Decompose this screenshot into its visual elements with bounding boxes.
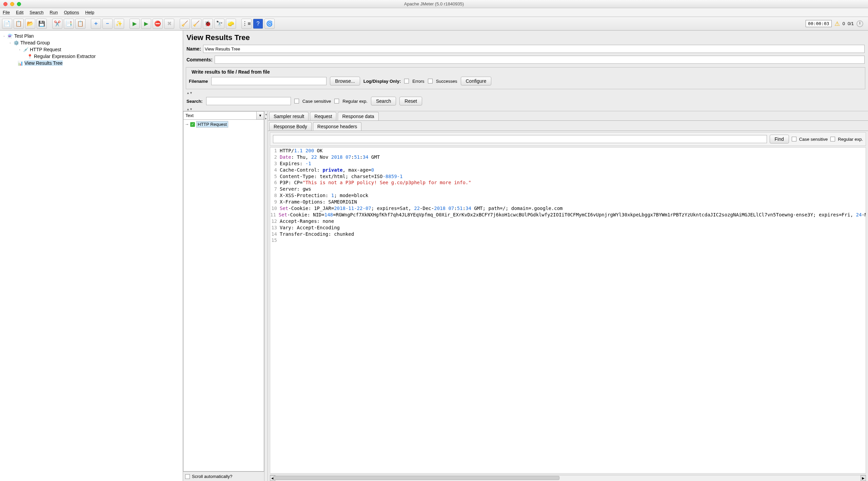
regex-checkbox[interactable]: [334, 99, 339, 103]
tab-response-headers[interactable]: Response headers: [313, 122, 362, 131]
menu-help[interactable]: Help: [85, 10, 94, 15]
tab-request[interactable]: Request: [310, 112, 336, 120]
horizontal-scrollbar[interactable]: ◀ ▶: [270, 475, 866, 481]
success-icon: ✓: [190, 122, 195, 127]
find-field[interactable]: [273, 135, 767, 143]
tree-regex-extractor[interactable]: Regular Expression Extractor: [34, 54, 96, 59]
find-case-checkbox[interactable]: [792, 137, 796, 141]
add-button[interactable]: ＋: [91, 19, 101, 29]
tree-view-results[interactable]: View Results Tree: [24, 60, 63, 66]
case-checkbox[interactable]: [294, 99, 299, 103]
function-helper-button[interactable]: ⋮≡: [241, 19, 252, 29]
successes-label: Successes: [436, 79, 457, 84]
search-field[interactable]: [206, 97, 291, 105]
menu-run[interactable]: Run: [50, 10, 58, 15]
menu-options[interactable]: Options: [64, 10, 79, 15]
toolbar: 📄 📋 📂 💾 ✂️ 📑 📋 ＋ － ✨ ▶ ▶ ⛔ ✖ 🧹 🧹 🐞 🔭 🧽 ⋮: [0, 17, 868, 31]
scroll-auto-label: Scroll automatically?: [192, 474, 232, 479]
remove-button[interactable]: －: [102, 19, 113, 29]
dropper-icon: 💉: [23, 47, 28, 52]
successes-checkbox[interactable]: [428, 79, 433, 83]
find-regex-checkbox[interactable]: [830, 137, 835, 141]
swirl-icon[interactable]: 🌀: [264, 19, 275, 29]
menu-search[interactable]: Search: [29, 10, 43, 15]
collapse-arrows-bottom[interactable]: ▲▼: [183, 108, 868, 111]
filename-label: Filename: [189, 79, 208, 84]
find-case-label: Case sensitive: [799, 137, 828, 142]
start-button[interactable]: ▶: [130, 19, 140, 29]
result-http-request[interactable]: HTTP Request: [196, 121, 228, 128]
menu-edit[interactable]: Edit: [16, 10, 23, 15]
case-label: Case sensitive: [302, 99, 331, 104]
bug-icon[interactable]: 🐞: [203, 19, 213, 29]
spinner-icon: [856, 20, 863, 27]
templates-button[interactable]: 📋: [14, 19, 24, 29]
clear-button[interactable]: 🧹: [180, 19, 190, 29]
start-no-pause-button[interactable]: ▶: [141, 19, 151, 29]
thread-status: 0/1: [848, 21, 854, 26]
shutdown-button[interactable]: ✖: [164, 19, 174, 29]
logdisplay-label: Log/Display Only:: [363, 79, 401, 84]
gear-icon: ⚙️: [14, 40, 19, 45]
test-plan-tree[interactable]: ◦⚗️Test Plan ◦⚙️Thread Group ◦💉HTTP Requ…: [0, 31, 183, 481]
scroll-thumb[interactable]: [273, 476, 559, 480]
save-button[interactable]: 💾: [37, 19, 47, 29]
results-icon: 📊: [18, 60, 23, 66]
comments-field[interactable]: [215, 56, 865, 64]
regex-label: Regular exp.: [342, 99, 368, 104]
tree-thread-group[interactable]: Thread Group: [20, 40, 50, 45]
elapsed-timer: 00:00:03: [806, 20, 832, 27]
comments-label: Comments:: [186, 57, 213, 62]
chevron-down-icon[interactable]: ▼: [257, 111, 264, 120]
response-headers-text[interactable]: 1HTTP/1.1 200 OK2Date: Thu, 22 Nov 2018 …: [270, 147, 866, 474]
copy-button[interactable]: 📑: [64, 19, 74, 29]
scroll-right-icon[interactable]: ▶: [861, 475, 866, 481]
collapse-arrows-top[interactable]: ▲▼: [183, 91, 868, 95]
cut-button[interactable]: ✂️: [52, 19, 62, 29]
tab-response-data[interactable]: Response data: [338, 112, 378, 120]
reset-button[interactable]: Reset: [399, 97, 422, 105]
wand-button[interactable]: ✨: [114, 19, 124, 29]
scroll-auto-checkbox[interactable]: [185, 474, 190, 479]
browse-button[interactable]: Browse...: [330, 77, 360, 85]
flask-icon: ⚗️: [7, 33, 13, 39]
file-legend: Write results to file / Read from file: [190, 69, 271, 75]
new-button[interactable]: 📄: [2, 19, 12, 29]
open-button[interactable]: 📂: [25, 19, 35, 29]
find-regex-label: Regular exp.: [838, 137, 863, 142]
paste-button[interactable]: 📋: [75, 19, 85, 29]
window-title: Apache JMeter (5.0 r1840935): [0, 1, 868, 6]
find-button[interactable]: Find: [770, 135, 789, 143]
broom-icon[interactable]: 🧽: [226, 19, 236, 29]
menu-file[interactable]: File: [3, 10, 10, 15]
help-button[interactable]: ?: [253, 19, 263, 29]
splitter-handle[interactable]: ◂▸: [264, 111, 268, 481]
titlebar: Apache JMeter (5.0 r1840935): [0, 0, 868, 8]
tab-sampler-result[interactable]: Sampler result: [269, 112, 309, 120]
tab-response-body[interactable]: Response Body: [269, 122, 312, 131]
renderer-dropdown[interactable]: Text: [183, 111, 257, 120]
stop-button[interactable]: ⛔: [153, 19, 163, 29]
warning-icon[interactable]: ⚠: [834, 20, 840, 27]
configure-button[interactable]: Configure: [461, 77, 492, 85]
extractor-icon: 📍: [27, 54, 33, 59]
errors-checkbox[interactable]: [404, 79, 409, 83]
clear-all-button[interactable]: 🧹: [191, 19, 201, 29]
panel-heading: View Results Tree: [183, 31, 868, 43]
name-label: Name:: [186, 46, 201, 52]
search-label: Search:: [186, 99, 203, 104]
menubar: File Edit Search Run Options Help: [0, 8, 868, 17]
tree-http-request[interactable]: HTTP Request: [30, 47, 61, 52]
sample-result-tree[interactable]: ⊸ ✓ HTTP Request: [183, 120, 264, 472]
tree-test-plan[interactable]: Test Plan: [14, 33, 34, 39]
search-icon[interactable]: 🔭: [214, 19, 224, 29]
search-button[interactable]: Search: [371, 97, 396, 105]
warning-count: 0: [843, 21, 845, 26]
filename-field[interactable]: [211, 77, 327, 85]
name-field[interactable]: [203, 45, 865, 53]
file-fieldset: Write results to file / Read from file F…: [186, 67, 865, 89]
errors-label: Errors: [412, 79, 424, 84]
